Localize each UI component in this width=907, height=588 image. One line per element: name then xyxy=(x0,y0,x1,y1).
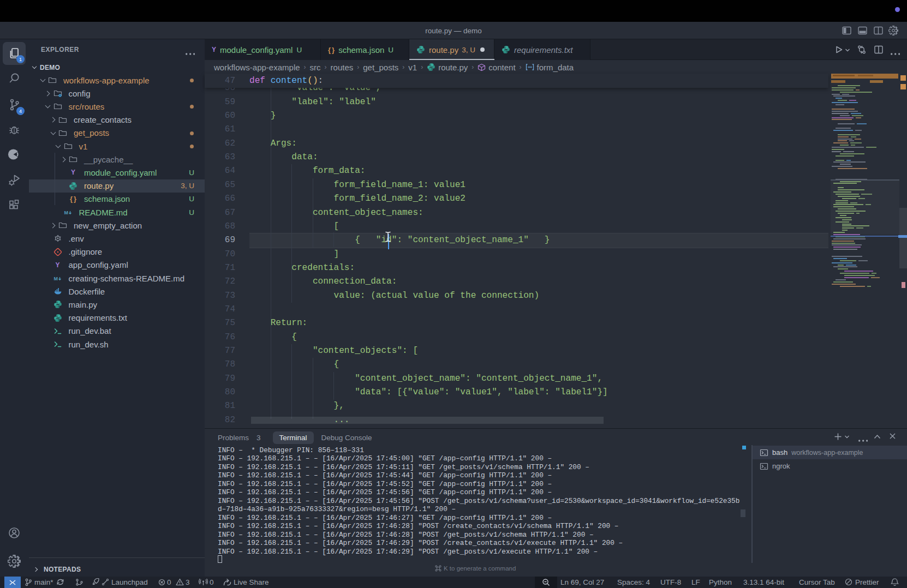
svg-text:M: M xyxy=(64,210,68,215)
svg-text:M: M xyxy=(53,276,58,281)
